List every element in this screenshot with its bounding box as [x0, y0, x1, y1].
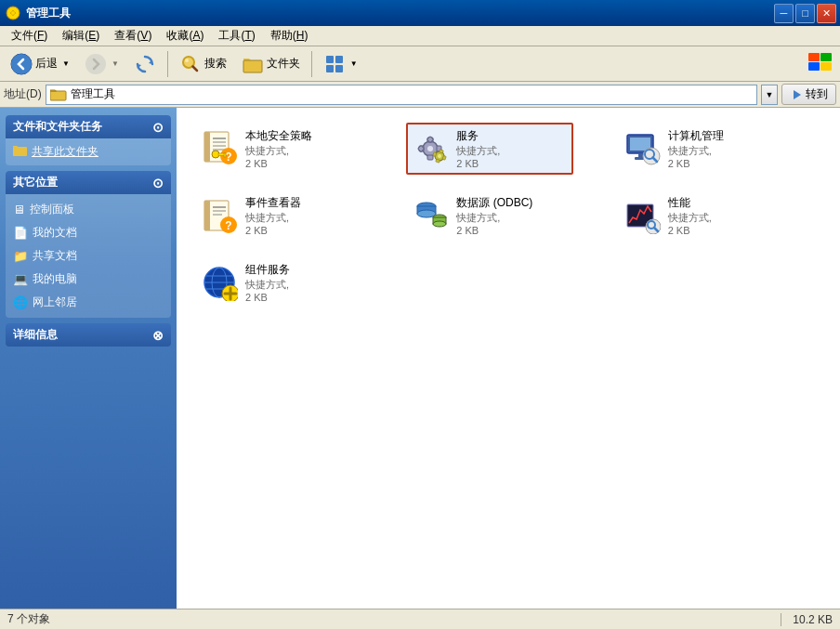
icon-item-performance[interactable]: 性能 快捷方式, 2 KB: [618, 190, 785, 242]
component-services-icon: [201, 264, 238, 301]
back-button[interactable]: 后退 ▼: [4, 49, 76, 79]
address-dropdown-icon: ▼: [766, 90, 774, 99]
services-icon: [412, 130, 449, 167]
back-label: 后退: [35, 56, 58, 72]
folders-icon: [242, 53, 264, 75]
sidebar-section-file-tasks-title: 文件和文件夹任务: [13, 119, 102, 135]
window-title: 管理工具: [26, 6, 71, 21]
status-bar: 7 个对象 10.2 KB: [0, 609, 840, 629]
component-services-label: 组件服务 快捷方式, 2 KB: [245, 262, 290, 303]
sidebar-item-my-computer[interactable]: 💻 我的电脑: [13, 269, 164, 289]
performance-icon: [623, 197, 661, 234]
svg-rect-20: [13, 147, 27, 156]
maximize-button[interactable]: □: [795, 4, 815, 23]
svg-text:?: ?: [225, 151, 231, 164]
control-panel-label: 控制面板: [30, 202, 74, 217]
forward-button[interactable]: ▼: [78, 49, 125, 79]
control-panel-icon: 🖥: [13, 203, 25, 216]
svg-rect-35: [427, 155, 433, 160]
search-icon: [179, 53, 202, 75]
computer-mgmt-label: 计算机管理 快捷方式, 2 KB: [668, 128, 724, 169]
my-docs-icon: 📄: [13, 226, 28, 240]
go-button[interactable]: 转到: [781, 84, 836, 105]
my-docs-label: 我的文档: [33, 225, 77, 241]
svg-rect-15: [808, 53, 820, 61]
sidebar-item-control-panel[interactable]: 🖥 控制面板: [13, 200, 164, 219]
search-label: 搜索: [204, 56, 227, 72]
sidebar-section-details-title: 详细信息: [13, 327, 58, 343]
folders-button[interactable]: 文件夹: [235, 49, 307, 79]
icon-item-event-viewer[interactable]: ? 事件查看器 快捷方式, 2 KB: [195, 190, 362, 242]
menu-edit[interactable]: 编辑(E): [55, 26, 107, 46]
address-value: 管理工具: [71, 86, 115, 102]
toolbar-separator-2: [311, 51, 312, 77]
sidebar-section-other-locations-chevron: ⊙: [152, 176, 164, 190]
sidebar-section-details-header[interactable]: 详细信息 ⊗: [6, 323, 171, 347]
address-input[interactable]: 管理工具: [46, 85, 757, 105]
views-button[interactable]: ▼: [317, 49, 364, 79]
sidebar-item-shared-docs[interactable]: 📁 共享文档: [13, 246, 164, 266]
back-dropdown-icon[interactable]: ▼: [62, 59, 70, 68]
main-layout: 文件和文件夹任务 ⊙ 共享此文件夹 其它位置 ⊙: [0, 108, 840, 609]
refresh-icon: [134, 53, 156, 75]
performance-label: 性能 快捷方式, 2 KB: [668, 195, 712, 236]
menu-file[interactable]: 文件(F): [4, 26, 55, 46]
svg-rect-13: [335, 65, 343, 72]
address-bar: 地址(D) 管理工具 ▼ 转到: [0, 82, 840, 108]
computer-mgmt-icon: [623, 130, 661, 167]
icon-item-odbc[interactable]: 数据源 (ODBC) 快捷方式, 2 KB: [406, 190, 573, 242]
folders-label: 文件夹: [267, 56, 300, 72]
svg-point-33: [427, 146, 433, 151]
local-security-label: 本地安全策略 快捷方式, 2 KB: [245, 128, 312, 169]
sidebar-section-details: 详细信息 ⊗: [6, 323, 171, 347]
sidebar-item-network[interactable]: 🌐 网上邻居: [13, 293, 164, 312]
svg-rect-12: [326, 65, 334, 72]
icon-item-component-services[interactable]: 组件服务 快捷方式, 2 KB: [195, 256, 362, 308]
refresh-button[interactable]: [127, 49, 163, 79]
menu-view[interactable]: 查看(V): [107, 26, 159, 46]
svg-rect-16: [820, 53, 832, 61]
menu-tools[interactable]: 工具(T): [211, 26, 262, 46]
close-button[interactable]: ✕: [817, 4, 836, 23]
title-bar: 管理工具 ─ □ ✕: [0, 0, 840, 26]
sidebar-section-other-locations-title: 其它位置: [13, 175, 58, 190]
windows-logo-area: [807, 49, 836, 78]
menu-help[interactable]: 帮助(H): [263, 26, 316, 46]
title-bar-left: 管理工具: [6, 6, 71, 21]
status-size: 10.2 KB: [781, 613, 833, 626]
sidebar-section-file-tasks: 文件和文件夹任务 ⊙ 共享此文件夹: [6, 115, 171, 165]
svg-point-1: [11, 11, 15, 15]
sidebar-section-file-tasks-header[interactable]: 文件和文件夹任务 ⊙: [6, 115, 171, 138]
odbc-icon: [412, 197, 449, 234]
status-objects-count: 7 个对象: [7, 611, 50, 627]
sidebar-section-file-tasks-chevron: ⊙: [152, 120, 164, 135]
svg-line-6: [192, 66, 197, 71]
svg-point-3: [11, 54, 32, 74]
icon-item-local-security[interactable]: ? 本地安全策略 快捷方式, 2 KB: [195, 123, 362, 175]
search-button[interactable]: 搜索: [173, 49, 233, 79]
sidebar-section-other-locations-header[interactable]: 其它位置 ⊙: [6, 171, 171, 194]
sidebar-link-share-folder[interactable]: 共享此文件夹: [13, 144, 164, 160]
address-dropdown-button[interactable]: ▼: [761, 85, 778, 105]
back-icon: [10, 53, 33, 75]
shared-docs-icon: 📁: [13, 249, 28, 263]
services-label: 服务 快捷方式, 2 KB: [456, 128, 500, 169]
views-dropdown-icon[interactable]: ▼: [350, 59, 358, 68]
svg-point-4: [85, 54, 106, 74]
go-label: 转到: [806, 86, 828, 102]
share-folder-label: 共享此文件夹: [32, 144, 98, 160]
network-label: 网上邻居: [33, 295, 77, 310]
sidebar-item-my-docs[interactable]: 📄 我的文档: [13, 223, 164, 242]
svg-point-7: [185, 59, 189, 62]
content-area: ? 本地安全策略 快捷方式, 2 KB: [177, 108, 840, 609]
forward-dropdown-icon[interactable]: ▼: [112, 59, 119, 68]
icon-item-computer-mgmt[interactable]: 计算机管理 快捷方式, 2 KB: [618, 123, 785, 175]
sidebar-section-file-tasks-content: 共享此文件夹: [6, 138, 171, 165]
menu-bar: 文件(F) 编辑(E) 查看(V) 收藏(A) 工具(T) 帮助(H): [0, 26, 840, 46]
my-computer-label: 我的电脑: [33, 271, 77, 287]
menu-favorites[interactable]: 收藏(A): [159, 26, 211, 46]
icon-item-services[interactable]: 服务 快捷方式, 2 KB: [406, 123, 573, 175]
minimize-button[interactable]: ─: [774, 4, 794, 23]
svg-rect-54: [204, 201, 210, 230]
svg-rect-31: [224, 153, 226, 157]
